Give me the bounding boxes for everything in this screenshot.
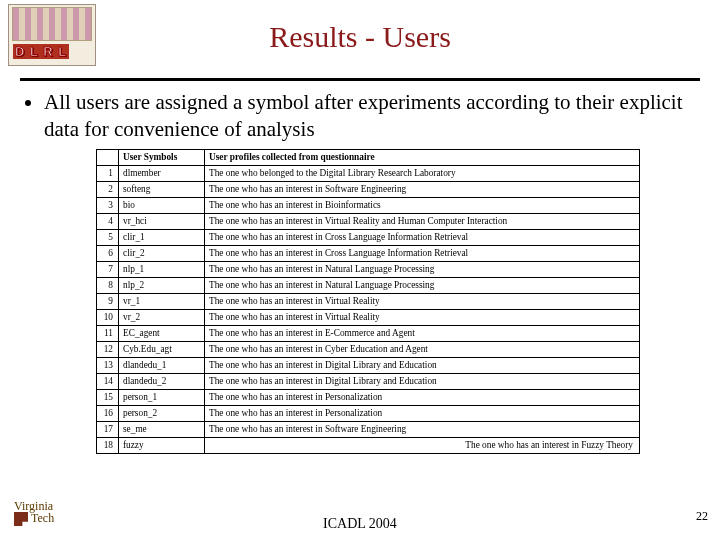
user-symbol: person_2 bbox=[119, 405, 205, 421]
row-number: 14 bbox=[97, 373, 119, 389]
user-profile: The one who has an interest in Digital L… bbox=[205, 357, 640, 373]
row-number: 16 bbox=[97, 405, 119, 421]
col-header-profiles: User profiles collected from questionnai… bbox=[205, 149, 640, 165]
user-profile: The one who has an interest in Virtual R… bbox=[205, 309, 640, 325]
table-row: 4vr_hciThe one who has an interest in Vi… bbox=[97, 213, 640, 229]
user-symbol: dlandedu_2 bbox=[119, 373, 205, 389]
row-number: 5 bbox=[97, 229, 119, 245]
table-row: 1dlmemberThe one who belonged to the Dig… bbox=[97, 165, 640, 181]
user-symbol: nlp_1 bbox=[119, 261, 205, 277]
row-number: 8 bbox=[97, 277, 119, 293]
table-row: 12Cyb.Edu_agtThe one who has an interest… bbox=[97, 341, 640, 357]
table-row: 15person_1The one who has an interest in… bbox=[97, 389, 640, 405]
slide-title: Results - Users bbox=[0, 0, 720, 54]
table-row: 8nlp_2The one who has an interest in Nat… bbox=[97, 277, 640, 293]
user-profile: The one who has an interest in Bioinform… bbox=[205, 197, 640, 213]
row-number: 10 bbox=[97, 309, 119, 325]
user-profile: The one who has an interest in Personali… bbox=[205, 405, 640, 421]
user-symbol: clir_1 bbox=[119, 229, 205, 245]
row-number: 11 bbox=[97, 325, 119, 341]
user-symbol: dlandedu_1 bbox=[119, 357, 205, 373]
user-symbol: clir_2 bbox=[119, 245, 205, 261]
user-symbol: vr_hci bbox=[119, 213, 205, 229]
user-profile: The one who has an interest in Natural L… bbox=[205, 277, 640, 293]
user-symbol: vr_1 bbox=[119, 293, 205, 309]
table-row: 16person_2The one who has an interest in… bbox=[97, 405, 640, 421]
table-row: 3bioThe one who has an interest in Bioin… bbox=[97, 197, 640, 213]
row-number: 18 bbox=[97, 437, 119, 453]
user-symbol: softeng bbox=[119, 181, 205, 197]
row-number: 4 bbox=[97, 213, 119, 229]
table-row: 5clir_1The one who has an interest in Cr… bbox=[97, 229, 640, 245]
user-profile: The one who has an interest in Fuzzy The… bbox=[205, 437, 640, 453]
table-row: 11EC_agentThe one who has an interest in… bbox=[97, 325, 640, 341]
vt-logo: Virginia Tech bbox=[14, 500, 54, 526]
row-number: 17 bbox=[97, 421, 119, 437]
row-number: 6 bbox=[97, 245, 119, 261]
table-row: 18fuzzyThe one who has an interest in Fu… bbox=[97, 437, 640, 453]
user-profile: The one who has an interest in Cross Lan… bbox=[205, 245, 640, 261]
table-row: 6clir_2The one who has an interest in Cr… bbox=[97, 245, 640, 261]
user-profile: The one who has an interest in Cross Lan… bbox=[205, 229, 640, 245]
row-number: 3 bbox=[97, 197, 119, 213]
col-header-symbols: User Symbols bbox=[119, 149, 205, 165]
table-row: 14dlandedu_2The one who has an interest … bbox=[97, 373, 640, 389]
page-number: 22 bbox=[696, 509, 708, 524]
row-number: 1 bbox=[97, 165, 119, 181]
user-profile: The one who has an interest in Software … bbox=[205, 181, 640, 197]
user-profile: The one who has an interest in Digital L… bbox=[205, 373, 640, 389]
table-row: 10vr_2The one who has an interest in Vir… bbox=[97, 309, 640, 325]
dlrl-logo: D L R L bbox=[8, 4, 96, 66]
user-profile: The one who has an interest in E-Commerc… bbox=[205, 325, 640, 341]
user-symbol: nlp_2 bbox=[119, 277, 205, 293]
row-number: 9 bbox=[97, 293, 119, 309]
user-symbol: EC_agent bbox=[119, 325, 205, 341]
row-number: 2 bbox=[97, 181, 119, 197]
table-row: 9vr_1The one who has an interest in Virt… bbox=[97, 293, 640, 309]
user-symbol: se_me bbox=[119, 421, 205, 437]
user-symbol: dlmember bbox=[119, 165, 205, 181]
user-profile: The one who has an interest in Virtual R… bbox=[205, 213, 640, 229]
row-number: 7 bbox=[97, 261, 119, 277]
row-number: 13 bbox=[97, 357, 119, 373]
user-profile: The one who has an interest in Cyber Edu… bbox=[205, 341, 640, 357]
table-header-row: User Symbols User profiles collected fro… bbox=[97, 149, 640, 165]
user-symbol: Cyb.Edu_agt bbox=[119, 341, 205, 357]
table-row: 17se_meThe one who has an interest in So… bbox=[97, 421, 640, 437]
row-number: 15 bbox=[97, 389, 119, 405]
user-profile: The one who has an interest in Software … bbox=[205, 421, 640, 437]
user-symbol: person_1 bbox=[119, 389, 205, 405]
user-profile: The one who has an interest in Personali… bbox=[205, 389, 640, 405]
bullet-text: All users are assigned a symbol after ex… bbox=[44, 89, 690, 143]
table-row: 2softengThe one who has an interest in S… bbox=[97, 181, 640, 197]
users-table: User Symbols User profiles collected fro… bbox=[96, 149, 640, 454]
user-symbol: vr_2 bbox=[119, 309, 205, 325]
user-symbol: fuzzy bbox=[119, 437, 205, 453]
user-profile: The one who belonged to the Digital Libr… bbox=[205, 165, 640, 181]
table-row: 7nlp_1The one who has an interest in Nat… bbox=[97, 261, 640, 277]
row-number: 12 bbox=[97, 341, 119, 357]
user-profile: The one who has an interest in Natural L… bbox=[205, 261, 640, 277]
user-profile: The one who has an interest in Virtual R… bbox=[205, 293, 640, 309]
conference-label: ICADL 2004 bbox=[323, 516, 397, 532]
user-symbol: bio bbox=[119, 197, 205, 213]
table-row: 13dlandedu_1The one who has an interest … bbox=[97, 357, 640, 373]
